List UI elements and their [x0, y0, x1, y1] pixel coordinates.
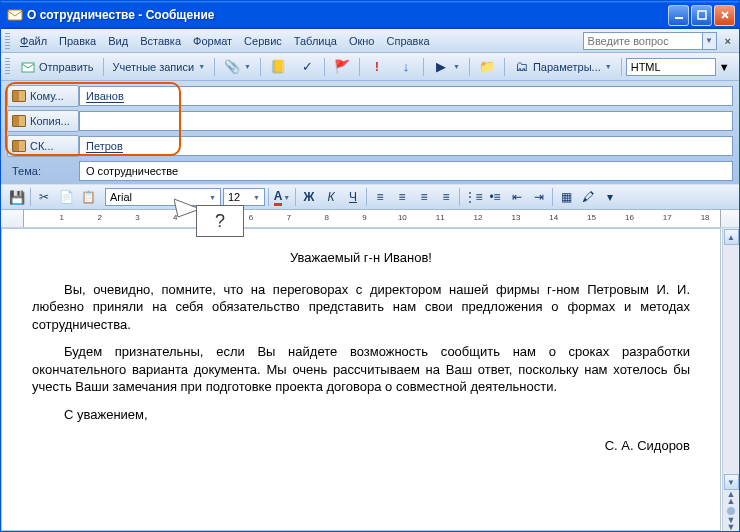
- indent-button[interactable]: ⇥: [529, 187, 549, 207]
- body-greeting: Уважаемый г-н Иванов!: [32, 249, 690, 267]
- bold-button[interactable]: Ж: [299, 187, 319, 207]
- vertical-scrollbar[interactable]: ▲ ▼ ▲▲ ▼▼: [722, 228, 739, 531]
- chevron-down-icon: ▼: [198, 63, 205, 70]
- menu-format[interactable]: Формат: [187, 33, 238, 49]
- menu-window[interactable]: Окно: [343, 33, 381, 49]
- bulletlist-icon: •≡: [489, 190, 500, 204]
- flag-icon: 🚩: [334, 59, 350, 75]
- menu-insert[interactable]: Вставка: [134, 33, 187, 49]
- message-body[interactable]: Уважаемый г-н Иванов! Вы, очевидно, помн…: [2, 229, 720, 475]
- align-left-button[interactable]: ≡: [370, 187, 390, 207]
- bcc-field[interactable]: Петров: [79, 136, 733, 156]
- send-button[interactable]: Отправить: [15, 56, 99, 78]
- bullet-list-button[interactable]: •≡: [485, 187, 505, 207]
- address-book-button[interactable]: 📒: [265, 56, 291, 78]
- format-select[interactable]: [626, 58, 716, 76]
- paste-button[interactable]: 📋: [78, 187, 98, 207]
- menu-file[interactable]: Файл: [14, 33, 53, 49]
- arrow-down-icon: ↓: [398, 59, 414, 75]
- importance-high-button[interactable]: !: [364, 56, 390, 78]
- menu-service[interactable]: Сервис: [238, 33, 288, 49]
- close-button[interactable]: [714, 5, 735, 26]
- highlight-button[interactable]: 🖍: [578, 187, 598, 207]
- italic-button[interactable]: К: [321, 187, 341, 207]
- cut-button[interactable]: ✂: [34, 187, 54, 207]
- exclaim-icon: !: [369, 59, 385, 75]
- close-pane-button[interactable]: ×: [721, 35, 735, 47]
- folder-icon: 📁: [479, 59, 495, 75]
- scroll-down-button[interactable]: ▼: [724, 474, 739, 490]
- maximize-button[interactable]: [691, 5, 712, 26]
- prev-page-button[interactable]: ▲▲: [727, 491, 736, 505]
- email-compose-window: О сотрудничестве - Сообщение Файл Правка…: [0, 0, 740, 532]
- body-closing: С уважением,: [32, 406, 690, 424]
- to-field[interactable]: Иванов: [79, 86, 733, 106]
- follow-up-button[interactable]: ▶▼: [428, 56, 465, 78]
- help-search-dropdown[interactable]: ▼: [703, 32, 717, 50]
- browse-object-button[interactable]: [727, 507, 735, 515]
- format-select-dropdown[interactable]: ▼: [719, 61, 730, 73]
- highlight-icon: 🖍: [582, 190, 594, 204]
- align-center-button[interactable]: ≡: [392, 187, 412, 207]
- menu-view[interactable]: Вид: [102, 33, 134, 49]
- importance-low-button[interactable]: ↓: [393, 56, 419, 78]
- next-page-button[interactable]: ▼▼: [727, 517, 736, 531]
- ruler[interactable]: 123456789101112131415161718: [1, 210, 739, 228]
- svg-rect-0: [8, 10, 22, 20]
- font-combo[interactable]: Arial▼: [105, 188, 221, 206]
- insert-icon: ▦: [561, 190, 572, 204]
- subject-field[interactable]: [79, 161, 733, 181]
- signature-button[interactable]: 📁: [474, 56, 500, 78]
- bold-icon: Ж: [304, 190, 315, 204]
- indent-icon: ⇥: [534, 190, 544, 204]
- attach-button[interactable]: 📎▼: [219, 56, 256, 78]
- body-paragraph: Вы, очевидно, помните, что на переговора…: [32, 281, 690, 334]
- more-icon: ▾: [607, 190, 613, 204]
- align-justify-icon: ≡: [442, 190, 449, 204]
- subject-row: Тема:: [7, 160, 733, 182]
- cc-row: Копия...: [7, 110, 733, 132]
- size-combo[interactable]: 12▼: [223, 188, 265, 206]
- toolbar-grip[interactable]: [5, 33, 10, 49]
- app-icon: [7, 7, 23, 23]
- underline-button[interactable]: Ч: [343, 187, 363, 207]
- bcc-recipient: Петров: [86, 140, 123, 153]
- copy-button[interactable]: 📄: [56, 187, 76, 207]
- book-icon: [12, 140, 26, 152]
- menu-help[interactable]: Справка: [380, 33, 435, 49]
- svg-rect-2: [698, 11, 706, 19]
- flag-icon: ▶: [433, 59, 449, 75]
- menu-table[interactable]: Таблица: [288, 33, 343, 49]
- check-names-button[interactable]: ✓: [294, 56, 320, 78]
- underline-icon: Ч: [349, 190, 357, 204]
- italic-icon: К: [327, 190, 334, 204]
- cc-field[interactable]: [79, 111, 733, 131]
- permission-button[interactable]: 🚩: [329, 56, 355, 78]
- font-color-button[interactable]: A▼: [272, 187, 292, 207]
- book-icon: 📒: [270, 59, 286, 75]
- bcc-button[interactable]: СК...: [7, 135, 79, 157]
- accounts-button[interactable]: Учетные записи▼: [108, 58, 211, 76]
- align-right-button[interactable]: ≡: [414, 187, 434, 207]
- to-row: Кому... Иванов: [7, 85, 733, 107]
- address-block: Кому... Иванов Копия... СК... Петров Тем…: [1, 81, 739, 184]
- cc-button[interactable]: Копия...: [7, 110, 79, 132]
- body-signature: С. А. Сидоров: [32, 437, 690, 455]
- callout-text: ?: [196, 205, 244, 237]
- minimize-button[interactable]: [668, 5, 689, 26]
- menu-edit[interactable]: Правка: [53, 33, 102, 49]
- outdent-button[interactable]: ⇤: [507, 187, 527, 207]
- numbered-list-button[interactable]: ⋮≡: [463, 187, 483, 207]
- toolbar-grip[interactable]: [5, 58, 10, 76]
- scroll-up-button[interactable]: ▲: [724, 229, 739, 245]
- help-search-input[interactable]: [583, 32, 703, 50]
- align-justify-button[interactable]: ≡: [436, 187, 456, 207]
- options-button[interactable]: 🗂 Параметры...▼: [509, 56, 617, 78]
- save-button[interactable]: 💾: [7, 187, 27, 207]
- to-button[interactable]: Кому...: [7, 85, 79, 107]
- more-button[interactable]: ▾: [600, 187, 620, 207]
- paperclip-icon: 📎: [224, 59, 240, 75]
- to-recipient: Иванов: [86, 90, 124, 103]
- align-right-icon: ≡: [420, 190, 427, 204]
- insert-button[interactable]: ▦: [556, 187, 576, 207]
